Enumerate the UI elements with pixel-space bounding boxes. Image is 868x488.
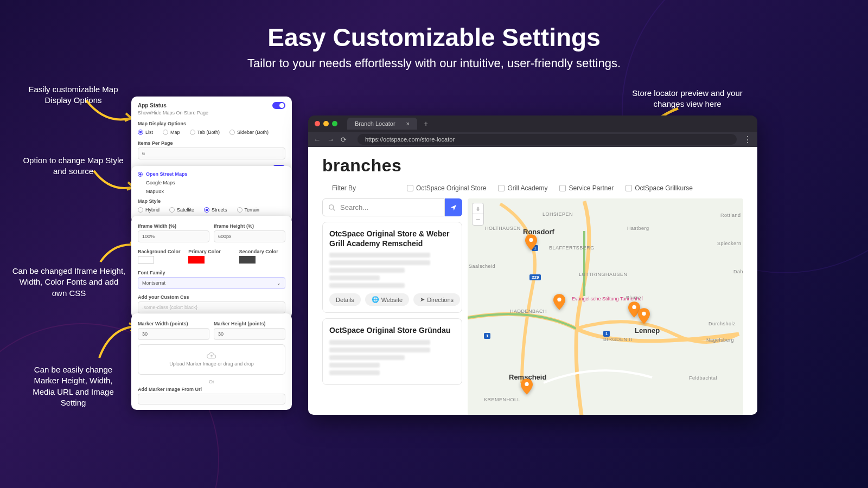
map-pin[interactable] (521, 378, 533, 395)
map-area: HOLTHAUSEN (485, 226, 521, 231)
map-preview[interactable]: + − LOHSIEPEN HOLTHAUS (468, 198, 743, 415)
map-area: Saalscheid (469, 264, 495, 269)
annotation-marker: Can be easily change Marker Height, Widt… (22, 364, 125, 408)
radio-streets[interactable]: Streets (204, 207, 227, 213)
radio-map[interactable]: Map (163, 130, 180, 135)
marker-height-input[interactable]: 30 (214, 328, 285, 340)
location-arrow-icon (450, 204, 457, 211)
city-lennep: Lennep (635, 326, 660, 335)
filter-original-store[interactable]: OctSpace Original Store (407, 184, 486, 192)
map-area: Nagelsberg (706, 337, 734, 343)
secondary-color-swatch[interactable] (239, 256, 256, 264)
bg-color-label: Background Color (138, 249, 184, 254)
custom-css-input[interactable]: .some-class {color: black} (138, 301, 285, 313)
card-map-source: Open Street Maps Google Maps MapBox Map … (131, 166, 292, 223)
map-area: Durchsholz (709, 321, 736, 326)
map-area: Spieckern (717, 241, 742, 246)
window-close-icon[interactable] (315, 121, 320, 126)
annotation-map-style: Option to change Map Style and source (22, 155, 125, 177)
map-area: LÜTTRINGHAUSEN (579, 272, 628, 277)
browser-tab[interactable]: Branch Locator× (347, 118, 417, 130)
hero-subtitle: Tailor to your needs effortlessly with o… (0, 56, 868, 70)
svg-point-3 (557, 298, 561, 301)
app-status-toggle[interactable] (272, 102, 285, 109)
marker-width-label: Marker Width (points) (138, 321, 209, 326)
upload-icon (207, 352, 216, 360)
primary-color-label: Primary Color (188, 249, 234, 254)
card-marker: Marker Width (points) 30 Marker Height (… (131, 313, 292, 410)
svg-point-6 (525, 382, 528, 386)
radio-hybrid[interactable]: Hybrid (138, 207, 159, 213)
back-icon[interactable]: ← (314, 136, 321, 144)
zoom-in-button[interactable]: + (473, 203, 483, 214)
website-button[interactable]: 🌐Website (365, 293, 410, 306)
store-card-2[interactable]: OctSpace Original Store Gründau (322, 318, 462, 384)
display-options-label: Map Display Options (138, 121, 285, 126)
iframe-height-input[interactable]: 600px (214, 230, 285, 242)
marker-image-dropzone[interactable]: Upload Marker Image or drag and drop (138, 344, 285, 375)
marker-url-label: Add Marker Image From Url (138, 387, 285, 392)
search-input[interactable]: Search... (322, 198, 445, 216)
zoom-out-button[interactable]: − (473, 214, 483, 225)
items-per-page-label: Items Per Page (138, 140, 285, 146)
or-divider: Or (138, 379, 285, 384)
page-heading: branches (322, 156, 743, 176)
map-area: Hastberg (627, 226, 649, 231)
iframe-width-input[interactable]: 100% (138, 230, 209, 242)
road-number: 1 (484, 333, 490, 339)
svg-line-1 (333, 208, 335, 210)
svg-point-5 (642, 312, 646, 316)
radio-list[interactable]: List (138, 130, 153, 135)
iframe-width-label: Iframe Width (%) (138, 223, 209, 229)
store-2-title: OctSpace Original Store Gründau (329, 325, 455, 335)
filter-grill-academy[interactable]: Grill Academy (498, 184, 547, 192)
search-icon (328, 204, 336, 211)
annotation-iframe-css: Can be changed Iframe Height, Width, Col… (12, 266, 126, 299)
app-status-label: App Status (138, 102, 167, 108)
map-area: Dahlien (733, 269, 743, 274)
iframe-height-label: Iframe Height (%) (214, 223, 285, 229)
window-minimize-icon[interactable] (323, 121, 329, 126)
marker-url-input[interactable] (138, 394, 285, 404)
map-pin[interactable] (553, 294, 565, 310)
source-mapbox[interactable]: MapBox (138, 189, 285, 194)
hero-title: Easy Customizable Settings (0, 23, 868, 52)
primary-color-swatch[interactable] (188, 256, 205, 264)
window-maximize-icon[interactable] (332, 121, 337, 126)
map-pin[interactable] (638, 308, 650, 324)
bg-color-swatch[interactable] (138, 256, 154, 264)
store-card-1[interactable]: OtcSpace Original Store & Weber Grill Ac… (322, 222, 462, 313)
browser-window: Branch Locator× + ← → ⟳ https://octspace… (308, 115, 757, 415)
radio-tab[interactable]: Tab (Both) (190, 130, 220, 135)
marker-width-input[interactable]: 30 (138, 328, 209, 340)
map-poi: Evangelische Stiftung Tannenhof (572, 296, 643, 301)
directions-button[interactable]: ➤Directions (413, 293, 460, 306)
card-iframe-style: Iframe Width (%) 100% Iframe Height (%) … (131, 216, 292, 319)
road-number: 1 (603, 331, 610, 337)
source-google[interactable]: Google Maps (138, 180, 285, 185)
menu-icon[interactable]: ⋮ (743, 134, 752, 145)
close-tab-icon[interactable]: × (406, 120, 410, 127)
annotation-display-options: Easily customizable Map Display Options (22, 84, 125, 106)
filter-service-partner[interactable]: Service Partner (559, 184, 614, 192)
source-openstreet[interactable]: Open Street Maps (138, 171, 285, 177)
forward-icon[interactable]: → (327, 136, 334, 144)
radio-terrain[interactable]: Terrain (237, 207, 260, 213)
secondary-color-label: Secondary Color (239, 249, 285, 254)
map-pin[interactable] (525, 234, 537, 251)
details-button[interactable]: Details (329, 293, 361, 306)
radio-sidebar[interactable]: Sidebar (Both) (229, 130, 269, 135)
new-tab-button[interactable]: + (424, 119, 428, 128)
radio-satellite[interactable]: Satellite (169, 207, 194, 213)
filter-by-label: Filter By (332, 184, 356, 192)
map-area: BIRGDEN II (603, 337, 633, 342)
font-family-select[interactable]: Montserrat⌄ (138, 277, 285, 289)
font-family-label: Font Family (138, 270, 285, 275)
url-input[interactable]: https://octspace.com/store-locator (358, 134, 737, 145)
map-area: Feldbachtal (689, 375, 717, 381)
items-per-page-input[interactable]: 6 (138, 147, 285, 159)
filter-grillkurse[interactable]: OctSpace Grillkurse (626, 184, 693, 192)
locate-button[interactable] (445, 198, 462, 216)
svg-point-4 (632, 305, 636, 309)
reload-icon[interactable]: ⟳ (341, 136, 347, 144)
